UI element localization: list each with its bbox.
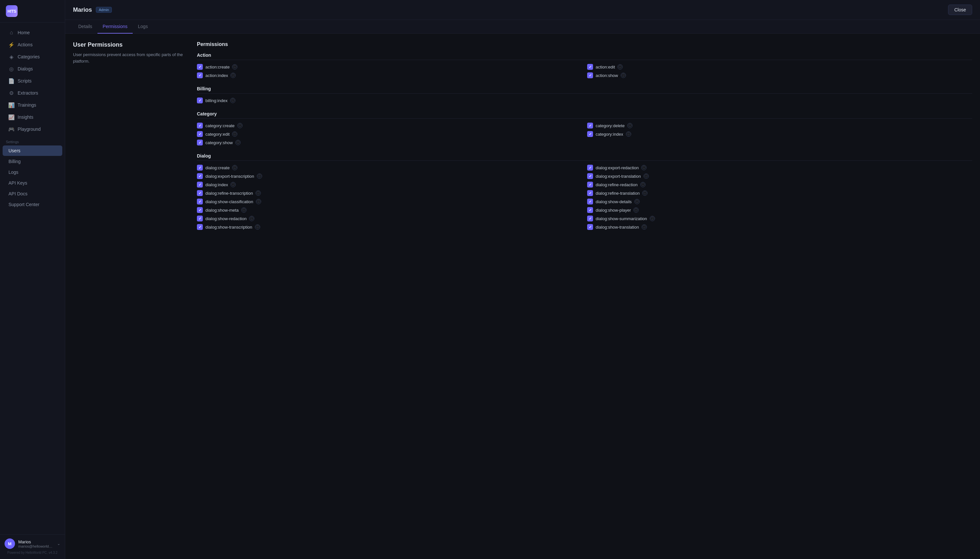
sidebar-item-label: Extractors	[18, 90, 38, 96]
perm-checkbox-dialog-index[interactable]	[197, 182, 203, 187]
perm-checkbox-action-create[interactable]	[197, 64, 203, 70]
perm-info-dialog-refine-transcription[interactable]: ⓘ	[256, 190, 261, 196]
settings-item-label: Users	[8, 148, 21, 153]
perm-item-billing-index: billing:index ⓘ	[197, 98, 582, 103]
perm-checkbox-category-delete[interactable]	[587, 122, 593, 129]
perm-label-dialog-show-summarization: dialog:show-summarization	[596, 216, 647, 221]
perm-item-dialog-refine-redaction: dialog:refine-redaction ⓘ	[587, 182, 972, 187]
perm-info-action-index[interactable]: ⓘ	[231, 73, 236, 78]
sidebar-item-actions[interactable]: ⚡ Actions	[3, 39, 62, 51]
perm-info-category-create[interactable]: ⓘ	[238, 123, 243, 128]
settings-item-label: Logs	[8, 170, 18, 175]
perm-checkbox-dialog-show-meta[interactable]	[197, 207, 203, 213]
perm-info-dialog-show-translation[interactable]: ⓘ	[642, 224, 647, 230]
user-profile[interactable]: M Marios marios@helloworldpc.... ⌄	[5, 538, 60, 549]
perm-info-category-edit[interactable]: ⓘ	[232, 131, 238, 137]
perm-checkbox-category-create[interactable]	[197, 122, 203, 129]
sidebar-item-home[interactable]: ⌂ Home	[3, 27, 62, 38]
perm-checkbox-dialog-show-player[interactable]	[587, 207, 593, 213]
logo[interactable]: H!TS	[0, 0, 65, 23]
perm-checkbox-dialog-show-transcription[interactable]	[197, 224, 203, 230]
settings-section-label: Settings	[0, 136, 65, 145]
insights-icon: 📈	[8, 114, 14, 120]
perm-section-title-category: Category	[197, 111, 972, 119]
perm-info-dialog-create[interactable]: ⓘ	[232, 165, 238, 170]
sidebar-item-extractors[interactable]: ⚙ Extractors	[3, 87, 62, 99]
perm-info-dialog-show-redaction[interactable]: ⓘ	[249, 216, 254, 221]
perm-info-category-delete[interactable]: ⓘ	[627, 123, 632, 128]
sidebar-settings-users[interactable]: Users	[3, 146, 62, 156]
perm-checkbox-action-edit[interactable]	[587, 64, 593, 70]
perm-info-dialog-export-translation[interactable]: ⓘ	[643, 174, 649, 179]
perm-info-dialog-show-meta[interactable]: ⓘ	[241, 207, 246, 213]
sidebar-item-categories[interactable]: ◈ Categories	[3, 51, 62, 63]
sidebar-item-insights[interactable]: 📈 Insights	[3, 111, 62, 123]
perm-checkbox-action-index[interactable]	[197, 73, 203, 78]
sidebar-item-dialogs[interactable]: ◎ Dialogs	[3, 63, 62, 75]
perm-info-dialog-show-summarization[interactable]: ⓘ	[650, 216, 655, 221]
perm-checkbox-dialog-export-redaction[interactable]	[587, 165, 593, 170]
user-permissions-description: User permissions prevent access from spe…	[73, 51, 184, 64]
perm-checkbox-dialog-refine-transcription[interactable]	[197, 190, 203, 196]
perm-info-dialog-index[interactable]: ⓘ	[231, 182, 236, 187]
perm-checkbox-dialog-export-transcription[interactable]	[197, 173, 203, 179]
perm-info-dialog-show-player[interactable]: ⓘ	[634, 207, 638, 213]
sidebar-item-scripts[interactable]: 📄 Scripts	[3, 75, 62, 87]
perm-label-action-show: action:show	[596, 73, 618, 78]
perm-checkbox-dialog-show-translation[interactable]	[587, 224, 593, 230]
perm-section-action: Action action:create ⓘ action:edit ⓘ act…	[197, 53, 972, 78]
perm-label-dialog-create: dialog:create	[205, 165, 229, 170]
perm-checkbox-dialog-show-summarization[interactable]	[587, 216, 593, 222]
perm-info-category-index[interactable]: ⓘ	[626, 131, 631, 137]
perm-checkbox-category-show[interactable]	[197, 140, 203, 146]
playground-icon: 🎮	[8, 126, 14, 132]
sidebar-settings-api-docs[interactable]: API Docs	[3, 189, 62, 199]
sidebar-settings-support[interactable]: Support Center	[3, 199, 62, 210]
sidebar-item-playground[interactable]: 🎮 Playground	[3, 123, 62, 135]
perm-info-dialog-show-classification[interactable]: ⓘ	[256, 199, 261, 204]
perm-section-dialog: Dialog dialog:create ⓘ dialog:export-red…	[197, 153, 972, 230]
perm-info-dialog-show-transcription[interactable]: ⓘ	[255, 224, 260, 230]
perm-info-action-show[interactable]: ⓘ	[621, 73, 626, 78]
sidebar-item-trainings[interactable]: 📊 Trainings	[3, 99, 62, 111]
close-button[interactable]: Close	[948, 5, 972, 15]
avatar: M	[5, 538, 15, 549]
perm-info-category-show[interactable]: ⓘ	[235, 140, 241, 145]
perm-info-action-edit[interactable]: ⓘ	[617, 64, 623, 69]
perm-checkbox-dialog-refine-translation[interactable]	[587, 190, 593, 196]
tab-details[interactable]: Details	[73, 20, 97, 33]
perm-checkbox-dialog-show-details[interactable]	[587, 198, 593, 205]
page-title: Marios	[73, 7, 92, 13]
perm-checkbox-category-index[interactable]	[587, 131, 593, 137]
perm-label-dialog-show-classification: dialog:show-classification	[205, 199, 253, 204]
perm-info-dialog-refine-translation[interactable]: ⓘ	[642, 190, 647, 196]
perm-item-dialog-show-summarization: dialog:show-summarization ⓘ	[587, 216, 972, 222]
perm-checkbox-dialog-show-redaction[interactable]	[197, 216, 203, 222]
perm-section-title-dialog: Dialog	[197, 153, 972, 161]
perm-info-dialog-export-transcription[interactable]: ⓘ	[257, 174, 262, 179]
perm-item-action-index: action:index ⓘ	[197, 73, 582, 78]
perm-info-dialog-export-redaction[interactable]: ⓘ	[641, 165, 647, 170]
perm-item-dialog-show-player: dialog:show-player ⓘ	[587, 207, 972, 213]
perm-item-action-show: action:show ⓘ	[587, 73, 972, 78]
tab-logs[interactable]: Logs	[133, 20, 153, 33]
header: Marios Admin Close	[65, 0, 980, 20]
tab-permissions[interactable]: Permissions	[97, 20, 133, 33]
sidebar-settings-billing[interactable]: Billing	[3, 156, 62, 167]
perm-info-billing-index[interactable]: ⓘ	[230, 98, 235, 103]
perm-checkbox-action-show[interactable]	[587, 73, 593, 78]
perm-info-action-create[interactable]: ⓘ	[232, 64, 238, 69]
perm-checkbox-dialog-export-translation[interactable]	[587, 173, 593, 179]
sidebar-settings-logs[interactable]: Logs	[3, 167, 62, 177]
perm-grid-billing: billing:index ⓘ	[197, 98, 972, 103]
sidebar-item-label: Playground	[18, 127, 41, 132]
sidebar-settings-api-keys[interactable]: API Keys	[3, 178, 62, 188]
perm-checkbox-dialog-refine-redaction[interactable]	[587, 182, 593, 187]
perm-info-dialog-refine-redaction[interactable]: ⓘ	[640, 182, 645, 187]
perm-checkbox-dialog-create[interactable]	[197, 165, 203, 170]
perm-info-dialog-show-details[interactable]: ⓘ	[634, 199, 640, 204]
perm-checkbox-dialog-show-classification[interactable]	[197, 198, 203, 205]
perm-checkbox-billing-index[interactable]	[197, 98, 203, 103]
perm-checkbox-category-edit[interactable]	[197, 131, 203, 137]
perm-section-title-action: Action	[197, 53, 972, 60]
